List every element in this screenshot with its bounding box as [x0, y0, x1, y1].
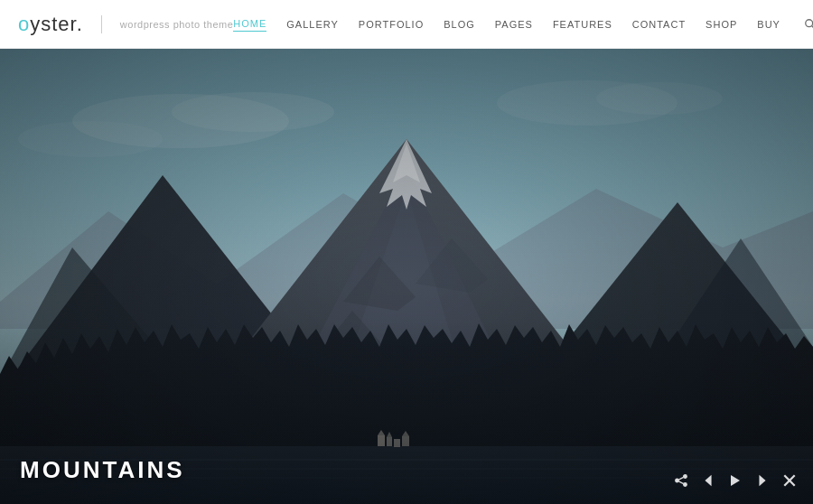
logo-text-rest: yster.	[30, 13, 83, 35]
search-icon[interactable]	[804, 18, 813, 31]
nav-buy[interactable]: BUY	[757, 17, 780, 32]
close-icon[interactable]	[782, 473, 797, 488]
play-button[interactable]	[728, 473, 743, 488]
svg-point-36	[684, 483, 687, 487]
svg-line-39	[678, 481, 683, 484]
hero-controls	[674, 473, 797, 488]
svg-point-37	[676, 479, 679, 482]
logo[interactable]: oyster.	[18, 13, 83, 36]
prev-button[interactable]	[701, 473, 715, 488]
logo-tagline: wordpress photo theme	[120, 19, 233, 30]
svg-point-35	[684, 475, 687, 479]
nav-shop[interactable]: SHOP	[706, 17, 737, 32]
svg-marker-40	[705, 475, 711, 486]
share-icon[interactable]	[674, 473, 688, 488]
nav-gallery[interactable]: GALLERY	[286, 17, 339, 32]
logo-area: oyster. wordpress photo theme	[18, 13, 233, 36]
nav-portfolio[interactable]: PORTFOLIO	[359, 17, 424, 32]
site-header: oyster. wordpress photo theme HOME GALLE…	[0, 0, 813, 49]
logo-divider	[101, 15, 102, 33]
hero-section: MOUNTAINS	[0, 49, 813, 504]
svg-marker-42	[759, 475, 765, 486]
hero-title: MOUNTAINS	[20, 456, 185, 484]
nav-home[interactable]: HOME	[233, 16, 266, 32]
svg-rect-34	[0, 49, 813, 504]
svg-line-38	[678, 477, 683, 480]
logo-o: o	[18, 13, 30, 35]
nav-pages[interactable]: PAGES	[495, 17, 533, 32]
nav-features[interactable]: FEATURES	[553, 17, 612, 32]
svg-marker-41	[731, 475, 740, 486]
next-button[interactable]	[755, 473, 770, 488]
main-nav: HOME GALLERY PORTFOLIO BLOG PAGES FEATUR…	[233, 16, 813, 32]
nav-blog[interactable]: BLOG	[444, 17, 475, 32]
nav-contact[interactable]: CONTACT	[632, 17, 686, 32]
svg-point-0	[806, 19, 813, 26]
